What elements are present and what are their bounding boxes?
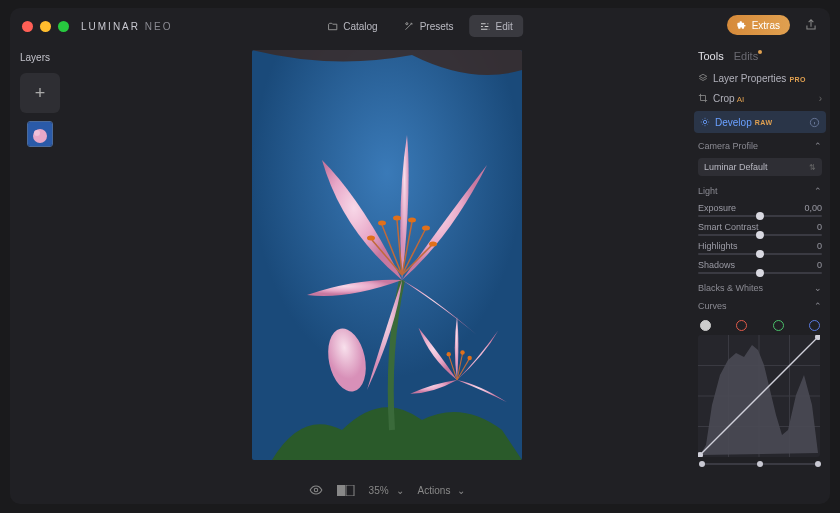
svg-point-10: [378, 221, 386, 226]
shadows-label: Shadows: [698, 260, 735, 270]
exposure-track[interactable]: [698, 215, 822, 217]
panel-tabs: Tools Edits: [698, 50, 822, 62]
add-layer-button[interactable]: +: [20, 73, 60, 113]
exposure-value: 0,00: [804, 203, 822, 213]
canvas-footer: 35%⌄ Actions⌄: [82, 476, 692, 504]
highlights-slider: Highlights0: [698, 241, 822, 255]
tools-tab[interactable]: Tools: [698, 50, 724, 62]
svg-point-12: [408, 218, 416, 223]
smart-contrast-slider: Smart Contrast0: [698, 222, 822, 236]
crop-icon: [698, 93, 708, 103]
extras-label: Extras: [752, 20, 780, 31]
light-section[interactable]: Light⌃: [698, 182, 822, 200]
smart-contrast-track[interactable]: [698, 234, 822, 236]
luma-channel[interactable]: [700, 320, 711, 331]
main-image[interactable]: [252, 50, 522, 460]
window-controls: [22, 21, 69, 32]
app-brand: LUMINAR NEO: [81, 21, 172, 32]
curves-mid-point[interactable]: [757, 461, 763, 467]
blacks-whites-section[interactable]: Blacks & Whites⌄: [698, 279, 822, 297]
actions-menu[interactable]: Actions⌄: [418, 485, 466, 496]
extras-button[interactable]: Extras: [727, 15, 790, 35]
svg-point-21: [467, 356, 471, 360]
svg-rect-24: [337, 485, 345, 496]
curves-channel-chips: [700, 320, 820, 331]
exposure-slider: Exposure0,00: [698, 203, 822, 217]
smart-contrast-value: 0: [817, 222, 822, 232]
shadows-track[interactable]: [698, 272, 822, 274]
svg-point-20: [460, 350, 464, 354]
wand-icon: [404, 21, 415, 32]
smart-contrast-label: Smart Contrast: [698, 222, 759, 232]
zoom-level[interactable]: 35%⌄: [369, 485, 404, 496]
edit-label: Edit: [496, 21, 513, 32]
catalog-label: Catalog: [343, 21, 377, 32]
info-icon[interactable]: [809, 117, 820, 128]
camera-profile-select[interactable]: Luminar Default⇅: [698, 158, 822, 176]
develop-label: Develop: [715, 117, 752, 128]
curves-black-point[interactable]: [699, 461, 705, 467]
exposure-label: Exposure: [698, 203, 736, 213]
svg-point-26: [703, 120, 706, 123]
layer-thumbnail[interactable]: [27, 121, 53, 147]
sliders-icon: [480, 21, 491, 32]
blue-channel[interactable]: [809, 320, 820, 331]
app-window: LUMINAR NEO Catalog Presets Edit Extras …: [10, 8, 830, 504]
presets-label: Presets: [420, 21, 454, 32]
top-mode-switch: Catalog Presets Edit: [317, 15, 523, 37]
image-stage: [82, 44, 692, 476]
close-window-button[interactable]: [22, 21, 33, 32]
svg-point-2: [34, 130, 40, 136]
edits-tab[interactable]: Edits: [734, 50, 762, 62]
app-body: Layers +: [10, 44, 830, 504]
svg-point-13: [422, 226, 430, 231]
curves-section[interactable]: Curves⌃: [698, 297, 822, 315]
exposure-handle[interactable]: [756, 212, 764, 220]
smart-contrast-handle[interactable]: [756, 231, 764, 239]
puzzle-icon: [737, 20, 747, 30]
sun-icon: [700, 117, 710, 127]
curves-editor[interactable]: [698, 335, 820, 457]
compare-icon: [337, 485, 355, 496]
svg-point-14: [367, 236, 375, 241]
share-icon[interactable]: [804, 18, 818, 32]
shadows-value: 0: [817, 260, 822, 270]
tools-panel: Tools Edits Layer PropertiesPRO CropAI ›…: [692, 44, 830, 504]
svg-point-11: [393, 216, 401, 221]
maximize-window-button[interactable]: [58, 21, 69, 32]
layers-icon: [698, 73, 708, 83]
highlights-handle[interactable]: [756, 250, 764, 258]
highlights-value: 0: [817, 241, 822, 251]
svg-point-15: [429, 242, 437, 247]
compare-toggle[interactable]: [337, 485, 355, 496]
layers-title: Layers: [20, 52, 72, 63]
camera-profile-section[interactable]: Camera Profile⌃: [698, 137, 822, 155]
folder-icon: [327, 21, 338, 32]
layer-properties-row[interactable]: Layer PropertiesPRO: [698, 68, 822, 88]
catalog-tab[interactable]: Catalog: [317, 15, 387, 37]
develop-row[interactable]: DevelopRAW: [694, 111, 826, 133]
thumb-image: [28, 122, 52, 146]
layers-panel: Layers +: [10, 44, 82, 504]
svg-rect-25: [346, 485, 354, 496]
edit-tab[interactable]: Edit: [470, 15, 523, 37]
shadows-handle[interactable]: [756, 269, 764, 277]
presets-tab[interactable]: Presets: [394, 15, 464, 37]
highlights-label: Highlights: [698, 241, 738, 251]
curves-white-point[interactable]: [815, 461, 821, 467]
highlights-track[interactable]: [698, 253, 822, 255]
red-channel[interactable]: [736, 320, 747, 331]
green-channel[interactable]: [773, 320, 784, 331]
canvas-area: 35%⌄ Actions⌄: [82, 44, 692, 504]
crop-row[interactable]: CropAI ›: [698, 88, 822, 108]
svg-point-23: [314, 488, 318, 492]
svg-point-19: [447, 352, 451, 356]
curves-range-slider[interactable]: [700, 463, 820, 465]
titlebar: LUMINAR NEO Catalog Presets Edit Extras: [10, 8, 830, 44]
minimize-window-button[interactable]: [40, 21, 51, 32]
shadows-slider: Shadows0: [698, 260, 822, 274]
eye-icon[interactable]: [309, 483, 323, 497]
